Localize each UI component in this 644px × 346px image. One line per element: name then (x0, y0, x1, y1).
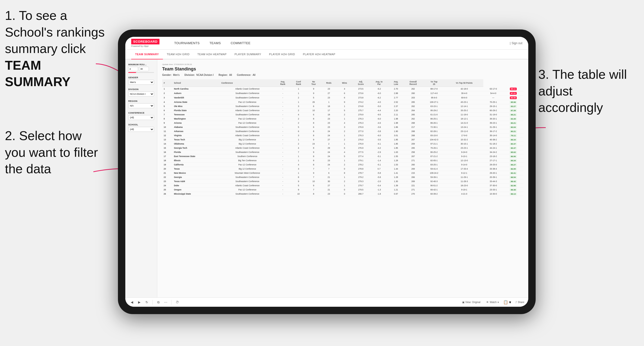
table-cell-6-9: -9.5 (369, 112, 389, 117)
table-cell-6-4: 4 (291, 112, 306, 117)
gender-select[interactable]: Men's Women's (128, 80, 154, 85)
table-row[interactable]: 8WashingtonPac-12 Conference-28231276.3-… (162, 117, 523, 121)
tab-player-h2h-grid[interactable]: PLAYER H2H GRID (265, 50, 299, 59)
table-cell-21-1: Georgia (172, 175, 220, 179)
table-cell-13-6: 2 (321, 142, 337, 146)
toolbar-clipboard[interactable]: 📋 ▾ (503, 300, 511, 305)
tab-team-summary[interactable]: TEAM SUMMARY (131, 50, 163, 59)
table-row[interactable]: 14OklahomaBig 12 Conference-22421276.9-4… (162, 142, 523, 146)
toolbar-reload-btn[interactable]: ↻ (144, 300, 150, 305)
table-row[interactable]: 23Texas A&MSoutheastern Conference-91030… (162, 179, 523, 183)
table-cell-22-11: 269 (403, 179, 423, 183)
table-cell-25-9: -1.8 (369, 192, 389, 196)
division-select[interactable]: NCAA Division I NCAA Division II NCAA Di… (128, 92, 154, 96)
table-row[interactable]: 7TennesseeSoutheastern Conference-461822… (162, 112, 523, 117)
table-row[interactable]: 26Mississippi StateSoutheastern Conferen… (162, 192, 523, 196)
toolbar-view-original[interactable]: ▣ View: Original (462, 301, 480, 304)
toolbar-back-btn[interactable]: ◀ (129, 300, 135, 305)
nav-committee[interactable]: COMMITTEE (226, 37, 256, 50)
nav-tournaments[interactable]: TOURNAMENTS (169, 37, 204, 50)
table-row[interactable]: 20TexasBig 12 Conference-3770278.80.71.4… (162, 167, 523, 171)
table-row[interactable]: 6Florida StateAtlantic Coast Conference-… (162, 108, 523, 112)
table-cell-21-11: 266 (403, 175, 423, 179)
table-cell-7-2: Pac-12 Conference (220, 117, 275, 121)
col-overall: OverallRecord (403, 79, 423, 87)
table-cell-8-3: - (275, 121, 291, 125)
table-row[interactable]: 4Arizona StatePac-12 Conference-12619274… (162, 100, 523, 104)
tab-player-h2h-heatmap[interactable]: PLAYER H2H HEATMAP (299, 50, 339, 59)
table-cell-11-8: 276.3 (352, 133, 370, 137)
table-cell-6-1: Tennessee (172, 112, 220, 117)
table-cell-14-12: 76-26-1 (423, 146, 445, 150)
table-row[interactable]: 5Ole MissSoutheastern Conference-3618127… (162, 104, 523, 108)
table-cell-24-14: 23-33-1 (483, 187, 503, 192)
table-cell-7-6: 23 (321, 117, 337, 121)
table-cell-17-15: 89.34 (503, 158, 523, 163)
table-cell-19-13: 17-33-4 (445, 167, 483, 171)
table-cell-19-8: 278.8 (352, 167, 370, 171)
table-row[interactable]: 18IllinoisBig Ten Conference-19231279.1-… (162, 158, 523, 163)
table-row[interactable]: 16FloridaSoutheastern Conference-7924427… (162, 150, 523, 154)
tab-team-h2h-grid[interactable]: TEAM H2H GRID (163, 50, 194, 59)
table-cell-0-0: 1 (162, 87, 172, 91)
min-rounds-min-input[interactable] (128, 67, 138, 71)
table-cell-20-10: 1.41 (389, 171, 403, 175)
table-row[interactable]: 11ArkansasSoutheastern Conference-682422… (162, 129, 523, 133)
table-row[interactable]: 22GeorgiaSoutheastern Conference-8721127… (162, 175, 523, 179)
table-row[interactable]: 25OregonPac-12 Conference-97210279.5-1.3… (162, 187, 523, 192)
school-select[interactable]: (All) (128, 127, 154, 132)
toolbar-more-btn[interactable]: ⋯ (163, 300, 168, 305)
conference-select[interactable]: (All) ACC SEC (128, 115, 154, 120)
school-label: School (128, 123, 154, 126)
table-cell-3-2: Pac-12 Conference (220, 100, 275, 104)
table-cell-20-9: -5.8 (369, 171, 389, 175)
table-cell-7-7: 1 (337, 117, 352, 121)
table-row[interactable]: 13Texas TechBig 12 Conference-19272276.0… (162, 137, 523, 142)
table-row[interactable]: 2AuburnSoutheastern Conference-19276273.… (162, 91, 523, 95)
table-row[interactable]: 9ArizonaPac-12 Conference-28234276.3-4.6… (162, 121, 523, 125)
table-cell-8-8: 276.3 (352, 121, 370, 125)
toolbar-copy-btn[interactable]: ⧉ (156, 300, 161, 305)
table-row[interactable]: 10AlabamaSoutheastern Conference-5623327… (162, 125, 523, 129)
table-cell-7-13: 18-12-1 (445, 117, 483, 121)
table-cell-10-8: 277.0 (352, 129, 370, 133)
table-row[interactable]: 21New MexicoMountain West Conference-196… (162, 171, 523, 175)
table-cell-11-1: Virginia (172, 133, 220, 137)
min-rounds-max-input[interactable] (139, 67, 149, 71)
table-head: # School Conference Avg.Rank ConfRank No… (162, 79, 523, 87)
table-cell-9-6: 23 (321, 125, 337, 129)
table-row[interactable]: 3VanderbiltSoutheastern Conference-25236… (162, 95, 523, 100)
table-cell-14-9: -4.2 (369, 146, 389, 150)
table-cell-13-11: 209 (403, 142, 423, 146)
table-row[interactable]: 17East Tennessee StateSouthern Conferenc… (162, 154, 523, 158)
min-rounds-slider[interactable] (128, 72, 154, 73)
region-select[interactable]: N/A East West (128, 103, 154, 108)
table-row[interactable]: 1North CarolinaAtlantic Coast Conference… (162, 87, 523, 91)
annotation-1: 1. To see a School's rankings summary cl… (5, 7, 108, 90)
table-cell-24-1: Oregon (172, 187, 220, 192)
table-cell-13-15: 80.47 (503, 142, 523, 146)
toolbar-timer-btn[interactable]: ⏱ (174, 300, 180, 305)
pipe-separator: | (510, 41, 510, 45)
table-cell-5-6: 17 (321, 108, 337, 112)
table-row[interactable]: 12VirginiaAtlantic Coast Conference-3824… (162, 133, 523, 137)
table-cell-3-15: 85.98 (503, 100, 523, 104)
table-cell-3-12: 100-27-1 (423, 100, 445, 104)
table-cell-3-14: 70-25-1 (483, 100, 503, 104)
table-cell-19-11: 269 (403, 167, 423, 171)
tab-player-summary[interactable]: PLAYER SUMMARY (230, 50, 265, 59)
tab-team-h2h-heatmap[interactable]: TEAM H2H HEATMAP (193, 50, 230, 59)
nav-teams[interactable]: TEAMS (204, 37, 226, 50)
sign-out-button[interactable]: | Sign out (510, 41, 522, 45)
table-row[interactable]: 15Georgia TechAtlantic Coast Conference-… (162, 146, 523, 150)
table-row[interactable]: 19CaliforniaPac-12 Conference-48242278.2… (162, 163, 523, 167)
toolbar-watch[interactable]: 👁 Watch ▾ (486, 301, 499, 304)
clipboard-icon: 📋 (503, 300, 508, 305)
table-cell-8-1: Arizona (172, 121, 220, 125)
toolbar-share[interactable]: ⤴ Share (516, 301, 524, 304)
table-area: Update time: 27/03/2024 16:56:26 Team St… (157, 59, 528, 297)
table-cell-4-14: 29-15-1 (483, 104, 503, 108)
toolbar-forward-btn[interactable]: ▶ (136, 300, 142, 305)
table-row[interactable]: 24DukeAtlantic Coast Conference-59271279… (162, 183, 523, 187)
table-cell-22-14: 33-44-3 (483, 179, 503, 183)
